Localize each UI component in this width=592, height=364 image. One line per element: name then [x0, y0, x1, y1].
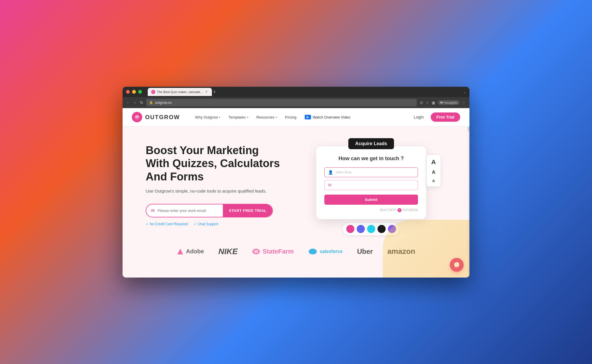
email-form: ✉ START FREE TRIAL — [146, 204, 273, 217]
font-large-button[interactable]: A — [431, 158, 436, 166]
nav-why-outgrow[interactable]: Why Outgrow ▾ — [192, 113, 224, 121]
color-swatches — [343, 223, 399, 235]
incognito-badge: 🕶 Incognito — [438, 100, 460, 105]
widget-outgrow-icon: O — [397, 208, 402, 212]
url-text: outgrow.co — [155, 101, 172, 105]
tab-favicon: O — [151, 90, 155, 94]
hero-title: Boost Your Marketing With Quizzes, Calcu… — [146, 144, 284, 184]
widget-preview: How can we get in touch ? 👤 John Doe ✉ — [316, 146, 426, 219]
swatch-black[interactable] — [378, 225, 386, 233]
widget-name-placeholder: John Doe — [335, 170, 352, 174]
logo[interactable]: OUTGROW — [132, 112, 180, 122]
swatch-violet[interactable] — [388, 225, 396, 233]
page-content: OUTGROW Why Outgrow ▾ Templates ▾ Resour… — [123, 108, 469, 278]
widget-footer: BUILT WITH O OUTGROW — [324, 208, 418, 212]
chat-support-label: Chat Support — [198, 222, 218, 226]
widget-footer-brand: OUTGROW — [403, 208, 418, 212]
address-right-controls: ⊘ ☆ ▣ 🕶 Incognito ⋮ — [420, 100, 466, 105]
brand-nike: NIKE — [219, 247, 238, 256]
reader-mode-icon[interactable]: ▣ — [432, 100, 435, 105]
active-tab[interactable]: O The Best Quiz maker, calculati... ✕ — [148, 88, 212, 96]
browser-window: O The Best Quiz maker, calculati... ✕ + … — [123, 87, 469, 278]
free-trial-nav-button[interactable]: Free Trial — [431, 112, 460, 122]
widget-footer-text: BUILT WITH — [380, 208, 396, 212]
nav-watch-video[interactable]: ▶ Watch Overview Video — [301, 113, 354, 121]
window-control-icon: ⌄ — [463, 90, 466, 94]
font-medium-button[interactable]: A — [432, 169, 435, 175]
maximize-button[interactable] — [138, 90, 142, 94]
no-credit-card-label: No Credit Card Required — [150, 222, 188, 226]
widget-submit-button[interactable]: Submit — [324, 195, 418, 205]
svg-point-3 — [254, 250, 258, 253]
nav-links: Why Outgrow ▾ Templates ▾ Resources ▾ Pr… — [192, 113, 410, 121]
url-box[interactable]: 🔒 outgrow.co — [146, 99, 417, 106]
envelope-icon: ✉ — [328, 183, 332, 187]
forward-button[interactable]: → — [133, 100, 137, 105]
brand-salesforce: salesforce — [308, 248, 343, 255]
nav-resources[interactable]: Resources ▾ — [253, 113, 280, 121]
swatch-cyan[interactable] — [367, 225, 375, 233]
minimize-button[interactable] — [132, 90, 136, 94]
hero-subtitle: Use Outgrow's simple, no-code tools to a… — [146, 188, 284, 195]
title-bar: O The Best Quiz maker, calculati... ✕ + … — [123, 87, 469, 97]
address-bar: ← → ↻ 🔒 outgrow.co ⊘ ☆ ▣ 🕶 Incognito ⋮ — [123, 97, 469, 108]
nav-watch-video-label: Watch Overview Video — [313, 115, 351, 119]
chat-support-button[interactable] — [450, 258, 464, 272]
nav-pricing[interactable]: Pricing — [282, 113, 300, 121]
tab-bar: O The Best Quiz maker, calculati... ✕ + — [148, 88, 461, 96]
nav-templates[interactable]: Templates ▾ — [225, 113, 251, 121]
swatch-purple[interactable] — [357, 225, 365, 233]
acquire-leads-badge: Acquire Leads — [348, 138, 394, 149]
reload-button[interactable]: ↻ — [140, 100, 143, 105]
new-tab-button[interactable]: + — [213, 89, 216, 95]
tab-close-button[interactable]: ✕ — [204, 90, 208, 94]
nav-pricing-label: Pricing — [285, 115, 297, 119]
brand-statefarm: StateFarm — [252, 248, 294, 255]
window-controls: ⌄ — [463, 90, 466, 94]
video-icon: ▶ — [305, 115, 311, 119]
bookmark-icon[interactable]: ☆ — [426, 100, 429, 105]
nav-templates-chevron-icon: ▾ — [247, 116, 248, 119]
hero-right: Acquire Leads How can we get in touch ? … — [296, 138, 446, 235]
check-icon-1: ✓ — [146, 222, 149, 226]
camera-off-icon[interactable]: ⊘ — [420, 100, 423, 105]
start-free-trial-button[interactable]: START FREE TRIAL — [223, 204, 272, 217]
brands-section: Adobe NIKE StateFarm salesforce Uber — [123, 241, 469, 262]
close-button[interactable] — [126, 90, 130, 94]
logo-text: OUTGROW — [145, 114, 180, 121]
brand-amazon: amazon — [387, 247, 415, 256]
nav-resources-chevron-icon: ▾ — [275, 116, 277, 119]
nav-why-outgrow-chevron-icon: ▾ — [219, 116, 220, 119]
person-icon: 👤 — [328, 170, 333, 175]
hero-section: Boost Your Marketing With Quizzes, Calcu… — [123, 127, 469, 241]
font-small-button[interactable]: A — [432, 179, 435, 183]
menu-icon[interactable]: ⋮ — [462, 100, 466, 105]
widget-name-input[interactable]: 👤 John Doe — [324, 167, 418, 177]
hero-badges: ✓ No Credit Card Required ✓ Chat Support — [146, 222, 284, 226]
lock-icon: 🔒 — [149, 101, 153, 104]
nav-resources-label: Resources — [256, 115, 274, 119]
brand-uber: Uber — [357, 247, 373, 256]
svg-marker-1 — [177, 249, 183, 254]
brand-adobe: Adobe — [177, 248, 204, 255]
nav-templates-label: Templates — [228, 115, 245, 119]
nav-why-outgrow-label: Why Outgrow — [195, 115, 218, 119]
email-input[interactable] — [158, 208, 218, 213]
email-icon: ✉ — [151, 208, 155, 213]
font-size-sidebar: A A A — [427, 155, 441, 186]
check-icon-2: ✓ — [194, 222, 197, 226]
widget-input-group: 👤 John Doe ✉ — [324, 167, 418, 190]
logo-icon — [132, 112, 142, 122]
widget-email-input[interactable]: ✉ — [324, 180, 418, 190]
scrollbar[interactable] — [468, 108, 469, 278]
svg-point-4 — [309, 249, 317, 254]
no-credit-card-badge: ✓ No Credit Card Required — [146, 222, 188, 226]
incognito-icon: 🕶 — [440, 101, 443, 104]
swatch-pink[interactable] — [346, 225, 354, 233]
login-button[interactable]: Login — [410, 113, 427, 121]
site-navbar: OUTGROW Why Outgrow ▾ Templates ▾ Resour… — [123, 108, 469, 127]
back-button[interactable]: ← — [126, 100, 130, 105]
nav-right: Login Free Trial — [410, 112, 460, 122]
svg-point-0 — [135, 115, 139, 119]
tab-title: The Best Quiz maker, calculati... — [157, 90, 203, 94]
